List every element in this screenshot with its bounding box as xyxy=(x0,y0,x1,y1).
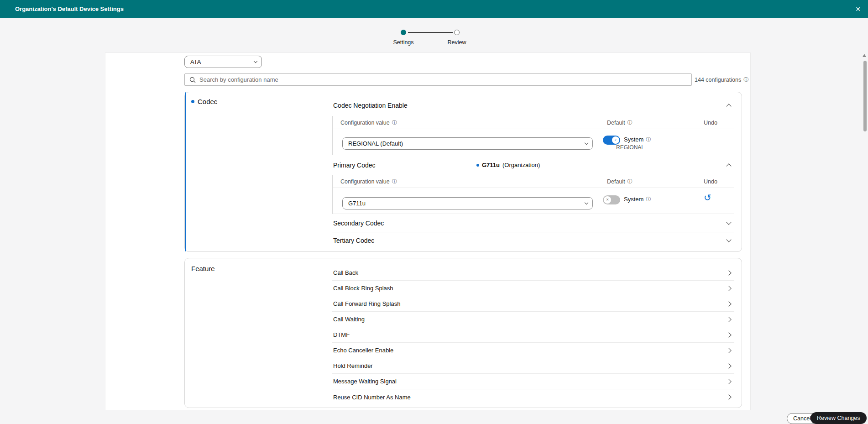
default-header: Default xyxy=(607,178,625,185)
default-header: Default xyxy=(607,120,625,126)
config-table-header: Configuration value ⓘ Default ⓘ Undo xyxy=(333,116,734,129)
configuration-count: 144 configurations ⓘ xyxy=(695,73,748,86)
feature-label: Hold Reminder xyxy=(333,362,373,369)
chevron-right-icon xyxy=(726,286,731,291)
codec-section-title: Codec xyxy=(191,98,217,105)
feature-row-dtmf[interactable]: DTMF xyxy=(332,327,734,343)
step-settings-indicator[interactable] xyxy=(401,30,406,35)
feature-row-call-back[interactable]: Call Back xyxy=(332,265,734,281)
toggle-knob: ✓ xyxy=(612,136,619,144)
tertiary-codec-label: Tertiary Codec xyxy=(333,237,374,244)
configuration-count-label: 144 configurations xyxy=(695,77,741,83)
scrollbar-up-arrow-icon[interactable] xyxy=(863,54,866,57)
modified-dot-icon xyxy=(476,164,479,167)
feature-label: Call Forward Ring Splash xyxy=(333,300,400,307)
feature-row-call-forward-ring-splash[interactable]: Call Forward Ring Splash xyxy=(332,296,734,312)
override-value: G711u xyxy=(482,162,500,168)
feature-row-call-waiting[interactable]: Call Waiting xyxy=(332,312,734,327)
review-changes-button[interactable]: Review Changes xyxy=(810,412,867,424)
info-icon[interactable]: ⓘ xyxy=(627,120,633,125)
feature-label: DTMF xyxy=(333,331,350,338)
feature-section: Feature Call Back Call Block Ring Splash… xyxy=(184,258,742,408)
primary-codec-label: Primary Codec xyxy=(333,162,376,169)
system-default-toggle-on[interactable]: ✓ xyxy=(603,136,620,145)
secondary-codec-row[interactable]: Secondary Codec xyxy=(332,214,734,232)
secondary-codec-label: Secondary Codec xyxy=(333,220,384,227)
feature-row-message-waiting-signal[interactable]: Message Waiting Signal xyxy=(332,374,734,389)
system-default-value: REGIONAL xyxy=(616,144,644,151)
system-default-toggle-off[interactable]: ✕ xyxy=(603,195,620,204)
step-review-label[interactable]: Review xyxy=(436,39,477,46)
close-icon[interactable]: ✕ xyxy=(855,0,861,18)
search-input[interactable] xyxy=(199,76,687,83)
feature-section-title-text: Feature xyxy=(191,265,215,272)
x-icon: ✕ xyxy=(606,198,609,202)
modal-title: Organization's Default Device Settings xyxy=(15,5,124,12)
feature-section-title: Feature xyxy=(191,265,215,272)
info-icon[interactable]: ⓘ xyxy=(646,197,651,202)
stepper-connector xyxy=(408,32,453,33)
search-icon xyxy=(189,77,196,83)
feature-row-reuse-cid-number-as-name[interactable]: Reuse CID Number As Name xyxy=(332,389,734,405)
codec-section: Codec Codec Negotiation Enable Configura… xyxy=(184,92,742,252)
chevron-right-icon xyxy=(726,301,731,306)
override-scope: (Organization) xyxy=(502,162,540,168)
device-type-select[interactable]: ATA xyxy=(184,56,262,68)
chevron-down-icon xyxy=(726,220,731,225)
feature-row-echo-canceller-enable[interactable]: Echo Canceller Enable xyxy=(332,343,734,358)
check-icon: ✓ xyxy=(614,138,617,142)
feature-row-hold-reminder[interactable]: Hold Reminder xyxy=(332,358,734,374)
chevron-right-icon xyxy=(726,379,731,384)
config-table-header: Configuration value ⓘ Default ⓘ Undo xyxy=(333,175,734,188)
chevron-up-icon xyxy=(726,163,731,168)
chevron-down-icon xyxy=(585,141,588,144)
feature-label: Call Waiting xyxy=(333,316,365,323)
codec-negotiation-enable-label: Codec Negotiation Enable xyxy=(333,102,408,109)
system-label-group: System ⓘ xyxy=(624,196,651,203)
system-label-group: System ⓘ xyxy=(624,136,651,143)
modified-section-accent xyxy=(185,92,186,251)
chevron-up-icon xyxy=(726,104,731,109)
search-box[interactable] xyxy=(184,73,692,86)
modified-dot-icon xyxy=(191,100,194,103)
chevron-down-icon xyxy=(254,59,257,63)
chevron-right-icon xyxy=(726,348,731,353)
device-type-value: ATA xyxy=(190,58,201,65)
chevron-right-icon xyxy=(726,394,731,399)
chevron-down-icon xyxy=(585,200,588,204)
tertiary-codec-row[interactable]: Tertiary Codec xyxy=(332,232,734,248)
primary-codec-value-select[interactable]: G711u xyxy=(342,197,593,209)
step-review-indicator[interactable] xyxy=(454,30,460,35)
undo-header: Undo xyxy=(704,178,717,185)
chevron-right-icon xyxy=(726,317,731,322)
feature-row-call-block-ring-splash[interactable]: Call Block Ring Splash xyxy=(332,281,734,296)
info-icon[interactable]: ⓘ xyxy=(627,179,633,184)
system-label: System xyxy=(624,196,643,203)
primary-codec-value: G711u xyxy=(348,200,366,207)
config-table-body: REGIONAL (Default) ✓ System ⓘ REGIONAL xyxy=(333,129,734,155)
chevron-right-icon xyxy=(726,332,731,337)
chevron-right-icon xyxy=(726,363,731,368)
system-label: System xyxy=(624,136,643,143)
codec-section-title-text: Codec xyxy=(198,98,217,105)
feature-label: Reuse CID Number As Name xyxy=(333,394,411,401)
primary-codec-row[interactable]: Primary Codec G711u (Organization) xyxy=(332,155,734,175)
codec-negotiation-enable-row[interactable]: Codec Negotiation Enable xyxy=(332,95,734,116)
primary-codec-override-badge: G711u (Organization) xyxy=(476,162,540,168)
primary-codec-config-table: Configuration value ⓘ Default ⓘ Undo G71… xyxy=(332,175,734,214)
undo-button[interactable]: ↺ xyxy=(704,193,711,202)
chevron-right-icon xyxy=(726,270,731,275)
step-settings-label[interactable]: Settings xyxy=(383,39,424,46)
undo-icon: ↺ xyxy=(704,193,711,203)
config-table-body: G711u ✕ System ⓘ ↺ xyxy=(333,188,734,214)
info-icon[interactable]: ⓘ xyxy=(743,77,748,82)
feature-label: Echo Canceller Enable xyxy=(333,347,393,354)
codec-negotiation-config-table: Configuration value ⓘ Default ⓘ Undo REG… xyxy=(332,116,734,155)
codec-negotiation-value-select[interactable]: REGIONAL (Default) xyxy=(342,137,593,150)
feature-label: Message Waiting Signal xyxy=(333,378,397,385)
scrollbar-thumb[interactable] xyxy=(863,61,867,131)
info-icon[interactable]: ⓘ xyxy=(392,179,397,184)
configuration-value-header: Configuration value xyxy=(340,178,390,185)
info-icon[interactable]: ⓘ xyxy=(392,120,397,125)
info-icon[interactable]: ⓘ xyxy=(646,137,651,142)
